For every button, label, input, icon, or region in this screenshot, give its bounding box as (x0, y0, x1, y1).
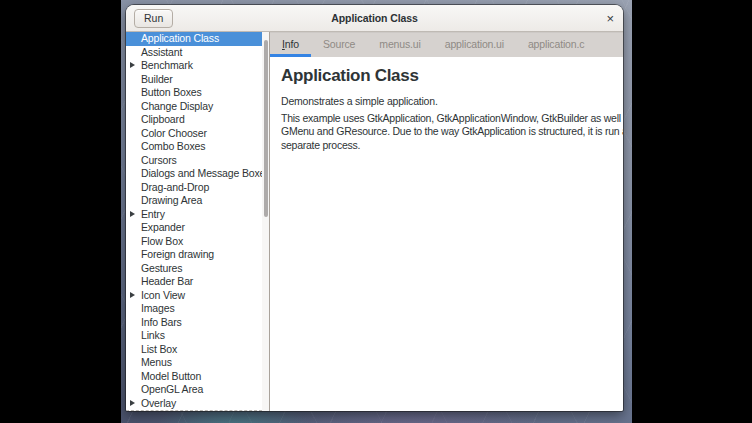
window-body: Application ClassAssistantBenchmarkBuild… (126, 32, 623, 411)
sidebar-item-overlay[interactable]: Overlay (126, 397, 269, 411)
sidebar-item-label: Images (141, 302, 175, 314)
sidebar-item-label: Combo Boxes (141, 140, 205, 152)
sidebar-item-list-box[interactable]: List Box (126, 343, 269, 357)
sidebar-item-label: Dialogs and Message Boxes (141, 167, 270, 179)
sidebar-item-foreign-drawing[interactable]: Foreign drawing (126, 248, 269, 262)
sidebar-item-label: OpenGL Area (141, 383, 203, 395)
sidebar-item-label: Color Chooser (141, 127, 207, 139)
sidebar-item-label: Links (141, 329, 165, 341)
sidebar-item-label: Assistant (141, 46, 182, 58)
tab-source[interactable]: Source (311, 32, 367, 57)
sidebar-item-color-chooser[interactable]: Color Chooser (126, 127, 269, 141)
tab-menus-ui[interactable]: menus.ui (367, 32, 432, 57)
sidebar-item-label: Drag-and-Drop (141, 181, 209, 193)
sidebar-item-info-bars[interactable]: Info Bars (126, 316, 269, 330)
sidebar-item-label: Clipboard (141, 113, 185, 125)
gtk-demo-window: Run Application Class × Application Clas… (126, 5, 623, 411)
expander-icon[interactable] (130, 211, 135, 217)
demo-list: Application ClassAssistantBenchmarkBuild… (126, 32, 269, 410)
sidebar-item-label: Foreign drawing (141, 248, 214, 260)
sidebar-item-gestures[interactable]: Gestures (126, 262, 269, 276)
sidebar-item-benchmark[interactable]: Benchmark (126, 59, 269, 73)
sidebar-item-dialogs-and-message-boxes[interactable]: Dialogs and Message Boxes (126, 167, 269, 181)
window-title: Application Class (126, 5, 623, 31)
sidebar-item-label: Icon View (141, 289, 185, 301)
run-button[interactable]: Run (134, 9, 173, 28)
screenshot-canvas: Run Application Class × Application Clas… (0, 0, 752, 423)
demo-heading: Application Class (281, 66, 611, 86)
sidebar-item-label: Application Class (141, 32, 219, 44)
sidebar-item-label: Info Bars (141, 316, 182, 328)
sidebar-item-flow-box[interactable]: Flow Box (126, 235, 269, 249)
sidebar-item-label: Header Bar (141, 275, 193, 287)
sidebar-item-button-boxes[interactable]: Button Boxes (126, 86, 269, 100)
sidebar-item-application-class[interactable]: Application Class (126, 32, 269, 46)
sidebar-item-menus[interactable]: Menus (126, 356, 269, 370)
sidebar-item-combo-boxes[interactable]: Combo Boxes (126, 140, 269, 154)
demo-description: Demonstrates a simple application. (281, 95, 611, 109)
sidebar-item-builder[interactable]: Builder (126, 73, 269, 87)
sidebar-item-label: Drawing Area (141, 194, 202, 206)
sidebar-item-header-bar[interactable]: Header Bar (126, 275, 269, 289)
demo-details-line: separate process. (281, 139, 611, 153)
demo-details: This example uses GtkApplication, GtkApp… (281, 112, 611, 153)
sidebar-item-opengl-area[interactable]: OpenGL Area (126, 383, 269, 397)
tab-mnemonic: I (282, 38, 285, 50)
sidebar-item-label: Entry (141, 208, 165, 220)
desktop-background: Run Application Class × Application Clas… (121, 0, 632, 423)
sidebar-item-label: Benchmark (141, 59, 193, 71)
sidebar-item-drag-and-drop[interactable]: Drag-and-Drop (126, 181, 269, 195)
sidebar-item-model-button[interactable]: Model Button (126, 370, 269, 384)
sidebar-item-cursors[interactable]: Cursors (126, 154, 269, 168)
info-panel: Application Class Demonstrates a simple … (270, 57, 623, 411)
tab-application-c[interactable]: application.c (516, 32, 596, 57)
demo-details-line: GMenu and GResource. Due to the way GtkA… (281, 125, 611, 139)
sidebar-item-label: Cursors (141, 154, 177, 166)
sidebar-item-label: Button Boxes (141, 86, 202, 98)
sidebar-scrollbar-thumb[interactable] (264, 40, 268, 217)
sidebar-scrollbar[interactable] (262, 32, 269, 411)
notebook-tabbar: InfoSourcemenus.uiapplication.uiapplicat… (270, 32, 623, 57)
sidebar-item-label: Expander (141, 221, 185, 233)
sidebar-item-change-display[interactable]: Change Display (126, 100, 269, 114)
demo-list-sidebar: Application ClassAssistantBenchmarkBuild… (126, 32, 270, 411)
sidebar-item-label: Builder (141, 73, 173, 85)
sidebar-item-label: Flow Box (141, 235, 183, 247)
sidebar-item-label: Overlay (141, 397, 176, 409)
sidebar-item-icon-view[interactable]: Icon View (126, 289, 269, 303)
sidebar-item-label: Menus (141, 356, 172, 368)
demo-details-line: This example uses GtkApplication, GtkApp… (281, 112, 611, 126)
tab-info[interactable]: Info (270, 32, 311, 57)
sidebar-item-label: Change Display (141, 100, 213, 112)
sidebar-item-links[interactable]: Links (126, 329, 269, 343)
expander-icon[interactable] (130, 62, 135, 68)
headerbar: Run Application Class × (126, 5, 623, 32)
expander-icon[interactable] (130, 292, 135, 298)
notebook: InfoSourcemenus.uiapplication.uiapplicat… (270, 32, 623, 411)
tab-application-ui[interactable]: application.ui (433, 32, 516, 57)
sidebar-item-label: Model Button (141, 370, 201, 382)
sidebar-item-clipboard[interactable]: Clipboard (126, 113, 269, 127)
sidebar-item-entry[interactable]: Entry (126, 208, 269, 222)
sidebar-item-assistant[interactable]: Assistant (126, 46, 269, 60)
sidebar-item-label: List Box (141, 343, 177, 355)
sidebar-item-expander[interactable]: Expander (126, 221, 269, 235)
sidebar-item-drawing-area[interactable]: Drawing Area (126, 194, 269, 208)
expander-icon[interactable] (130, 400, 135, 406)
sidebar-item-label: Gestures (141, 262, 182, 274)
sidebar-item-images[interactable]: Images (126, 302, 269, 316)
close-icon[interactable]: × (606, 5, 614, 31)
